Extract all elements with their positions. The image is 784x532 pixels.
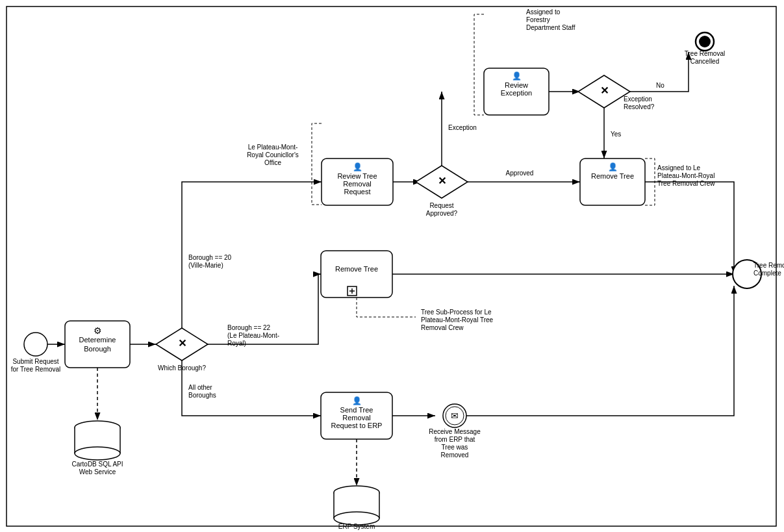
forestry-label3: Department Staff <box>526 24 575 31</box>
subprocess-label1: Tree Sub-Process for Le <box>421 309 492 316</box>
receive-label4: Removed <box>441 451 469 459</box>
borough20-label1: Borough == 20 <box>188 254 232 261</box>
borough20-label2: (Ville-Marie) <box>188 262 223 269</box>
subprocess-label3: Removal Crew <box>421 324 464 331</box>
person-icon-exception: 👤 <box>512 71 522 81</box>
request-approved-label: Request <box>429 202 453 209</box>
receive-label1: Receive Message <box>429 428 481 435</box>
request-approved-x: ✕ <box>438 175 446 186</box>
exception-label: Exception <box>448 124 477 131</box>
request-approved-label2: Approved? <box>426 210 458 217</box>
remove-tree-plateau-label1: Remove Tree <box>335 265 378 273</box>
plateau-crew-label2: Plateau-Mont-Royal <box>657 172 714 179</box>
erp-label3: Request to ERP <box>331 422 383 429</box>
councillors-label3: Office <box>264 159 281 166</box>
remove-ville-to-complete <box>645 182 734 274</box>
borough22-label1: Borough == 22 <box>227 324 271 331</box>
review-tree-label2: Removal <box>343 180 371 188</box>
diagram-container: Submit Request for Tree Removal ⚙ Detere… <box>0 0 784 532</box>
subprocess-label2: Plateau-Mont-Royal Tree <box>421 316 494 323</box>
cancelled-end-inner <box>699 36 711 47</box>
erp-label2: Removal <box>342 414 370 422</box>
complete-label1: Tree Removal <box>753 262 784 269</box>
councillors-bracket <box>312 123 322 205</box>
forestry-label1: Assigned to <box>526 8 561 16</box>
determine-borough-label2: Borough <box>84 345 111 353</box>
other-label2: Boroughs <box>188 392 216 399</box>
forestry-bracket <box>474 14 484 115</box>
person-icon-review: 👤 <box>353 162 362 171</box>
gear-icon: ⚙ <box>94 325 102 336</box>
exception-resolved-label2: Resolved? <box>624 103 655 110</box>
remove-tree-ville-label1: Remove Tree <box>591 172 634 180</box>
borough22-label2: (Le Plateau-Mont- <box>227 332 279 339</box>
forestry-label2: Forestry <box>526 16 550 23</box>
subprocess-label-line <box>357 298 416 317</box>
complete-label2: Complete <box>753 270 781 277</box>
receive-label3: Tree was <box>442 444 468 451</box>
start-event-label: Submit Request <box>12 358 58 365</box>
review-exception-label2: Exception <box>501 89 532 97</box>
person-icon-remove-ville: 👤 <box>608 162 618 171</box>
person-icon-erp: 👤 <box>352 396 362 405</box>
councillors-label1: Le Plateau-Mont- <box>248 144 298 151</box>
cancelled-label1: Tree Removal <box>685 50 725 57</box>
councillors-label2: Royal Counicllor's <box>247 151 299 158</box>
review-tree-label3: Request <box>344 188 371 196</box>
erp-label: ERP System <box>338 523 375 530</box>
envelope-icon: ✉ <box>451 411 459 421</box>
erp-label1: Send Tree <box>340 406 373 414</box>
cartodb-label1: CartoDB SQL API <box>71 461 123 468</box>
cartodb-bottom <box>75 447 120 460</box>
other-label1: All other <box>188 384 212 391</box>
receive-label2: from ERP that <box>435 436 475 443</box>
review-exception-label1: Review <box>505 81 528 89</box>
receive-to-complete <box>466 286 734 416</box>
no-label: No <box>656 82 664 89</box>
start-event-label2: for Tree Removal <box>11 366 61 373</box>
determine-borough-label1: Deteremine <box>79 336 116 344</box>
yes-label: Yes <box>611 131 621 138</box>
borough22-label3: Royal) <box>227 340 246 347</box>
plateau-crew-label1: Assigned to Le <box>657 164 701 171</box>
plateau-crew-label3: Tree Removal Crew <box>657 180 715 187</box>
cancelled-label2: Cancelled <box>690 58 719 65</box>
start-event <box>24 333 47 356</box>
cartodb-label2: Web Service <box>79 468 116 475</box>
approved-label: Approved <box>506 170 534 177</box>
exception-resolved-x: ✕ <box>600 85 609 96</box>
which-borough-x: ✕ <box>178 338 186 349</box>
exception-resolved-label1: Exception <box>624 95 652 103</box>
review-tree-label1: Review Tree <box>337 172 377 180</box>
